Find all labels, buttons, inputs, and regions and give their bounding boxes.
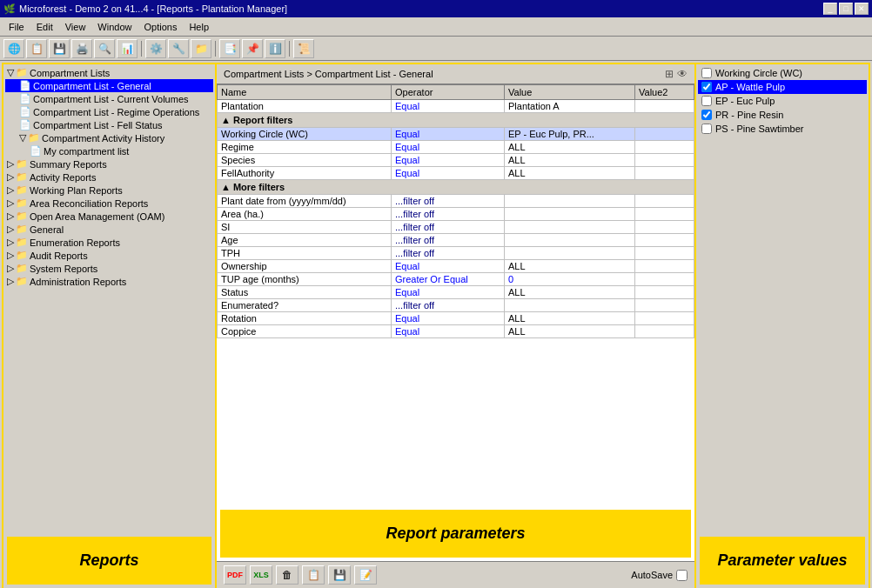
tree-label: Compartment List - Fell Status	[33, 120, 163, 130]
row-name: Area (ha.)	[218, 208, 392, 221]
wc-checkbox-ap[interactable]	[701, 82, 712, 92]
title-bar-controls[interactable]: _ □ ✕	[823, 3, 869, 15]
edit-button[interactable]: 📝	[354, 565, 377, 585]
minimize-button[interactable]: _	[823, 3, 837, 15]
table-row-plant-date[interactable]: Plant date from (yyyy/mm/dd) ...filter o…	[218, 195, 694, 208]
autosave-checkbox[interactable]	[676, 570, 688, 581]
toolbar-btn-5[interactable]: 🔍	[94, 39, 115, 58]
wc-item-ep[interactable]: EP - Euc Pulp	[698, 94, 867, 108]
menu-help[interactable]: Help	[184, 20, 214, 34]
section-report-filters[interactable]: ▲ Report filters	[218, 113, 694, 128]
section-more-filters[interactable]: ▲ More filters	[218, 180, 694, 195]
item-icon: 📄	[19, 80, 31, 91]
menu-file[interactable]: File	[3, 20, 30, 34]
row-value	[505, 195, 635, 208]
toolbar-btn-10[interactable]: 📑	[219, 39, 240, 58]
wc-item-ps[interactable]: PS - Pine Sawtimber	[698, 122, 867, 136]
table-row-si[interactable]: SI ...filter off	[218, 221, 694, 234]
menu-view[interactable]: View	[60, 20, 91, 34]
tree-item-enumeration-reports[interactable]: ▷ 📁 Enumeration Reports	[5, 236, 213, 249]
table-row-status[interactable]: Status Equal ALL	[218, 286, 694, 299]
toolbar-btn-13[interactable]: 📜	[293, 39, 314, 58]
filter-link[interactable]: ...filter off	[395, 196, 434, 206]
wc-item-header[interactable]: Working Circle (WC)	[698, 66, 867, 80]
tree-item-my-compartment[interactable]: 📄 My compartment list	[5, 144, 213, 157]
toolbar-btn-1[interactable]: 🌐	[3, 39, 24, 58]
toolbar-btn-7[interactable]: ⚙️	[145, 39, 166, 58]
table-row-tup-age[interactable]: TUP age (months) Greater Or Equal 0	[218, 273, 694, 286]
wc-checkbox-pr[interactable]	[701, 110, 712, 120]
copy-button[interactable]: 📋	[302, 565, 325, 585]
filter-link[interactable]: ...filter off	[395, 209, 434, 219]
tree-item-cl-fell-status[interactable]: 📄 Compartment List - Fell Status	[5, 118, 213, 131]
menu-bar: File Edit View Window Options Help	[0, 17, 872, 37]
table-row-tph[interactable]: TPH ...filter off	[218, 247, 694, 260]
tree-item-oam[interactable]: ▷ 📁 Open Area Management (OAM)	[5, 210, 213, 223]
wc-checkbox-header[interactable]	[701, 68, 712, 78]
table-row-enumerated[interactable]: Enumerated? ...filter off	[218, 299, 694, 312]
wc-label: PR - Pine Resin	[715, 110, 783, 120]
toolbar-btn-12[interactable]: ℹ️	[265, 39, 285, 58]
tree-label: Compartment List - General	[33, 81, 151, 91]
table-row-species[interactable]: Species Equal ALL	[218, 154, 694, 167]
tree-item-audit-reports[interactable]: ▷ 📁 Audit Reports	[5, 249, 213, 262]
filter-link[interactable]: ...filter off	[395, 235, 434, 245]
wc-item-ap[interactable]: AP - Wattle Pulp	[698, 80, 867, 94]
table-row-age[interactable]: Age ...filter off	[218, 234, 694, 247]
table-row-wc[interactable]: Working Circle (WC) Equal EP - Euc Pulp,…	[218, 128, 694, 141]
tree-item-working-plan-reports[interactable]: ▷ 📁 Working Plan Reports	[5, 184, 213, 197]
toolbar-btn-2[interactable]: 📋	[26, 39, 47, 58]
filter-link[interactable]: ...filter off	[395, 222, 434, 232]
close-button[interactable]: ✕	[855, 3, 869, 15]
row-operator: Equal	[392, 286, 505, 299]
tree-item-general[interactable]: ▷ 📁 General	[5, 223, 213, 236]
tree-item-system-reports[interactable]: ▷ 📁 System Reports	[5, 262, 213, 275]
tree-item-cl-general[interactable]: 📄 Compartment List - General	[5, 79, 213, 92]
table-row-fellauthority[interactable]: FellAuthority Equal ALL	[218, 167, 694, 180]
view-icon[interactable]: ⊞	[665, 68, 674, 80]
tree-item-cl-regime-operations[interactable]: 📄 Compartment List - Regime Operations	[5, 105, 213, 118]
row-value2	[635, 260, 694, 273]
wc-item-pr[interactable]: PR - Pine Resin	[698, 108, 867, 122]
toolbar-btn-6[interactable]: 📊	[117, 39, 138, 58]
menu-options[interactable]: Options	[138, 20, 182, 34]
info-icon[interactable]: 👁	[677, 68, 688, 80]
wc-checkbox-ep[interactable]	[701, 96, 712, 106]
toolbar-btn-4[interactable]: 🖨️	[71, 39, 92, 58]
tree-label: System Reports	[30, 264, 97, 274]
row-value2	[635, 312, 694, 325]
center-toolbar-icons: PDF XLS 🗑 📋 💾 📝	[224, 565, 377, 585]
tree-item-activity-reports[interactable]: ▷ 📁 Activity Reports	[5, 170, 213, 184]
table-row-area[interactable]: Area (ha.) ...filter off	[218, 208, 694, 221]
row-value	[505, 247, 635, 260]
row-value2	[635, 208, 694, 221]
table-row-coppice[interactable]: Coppice Equal ALL	[218, 325, 694, 338]
table-row-ownership[interactable]: Ownership Equal ALL	[218, 260, 694, 273]
tree-item-admin-reports[interactable]: ▷ 📁 Administration Reports	[5, 275, 213, 288]
menu-window[interactable]: Window	[92, 20, 137, 34]
tree-item-summary-reports[interactable]: ▷ 📁 Summary Reports	[5, 157, 213, 170]
tree-item-compartment-lists[interactable]: ▽ 📁 Compartment Lists	[5, 66, 213, 79]
table-row-rotation[interactable]: Rotation Equal ALL	[218, 312, 694, 325]
tree-item-area-reconciliation[interactable]: ▷ 📁 Area Reconciliation Reports	[5, 197, 213, 210]
maximize-button[interactable]: □	[839, 3, 853, 15]
toolbar-btn-3[interactable]: 💾	[49, 39, 70, 58]
toolbar-btn-9[interactable]: 📁	[191, 39, 211, 58]
excel-button[interactable]: XLS	[250, 565, 272, 585]
toolbar-btn-8[interactable]: 🔧	[168, 39, 189, 58]
left-panel-label: Reports	[79, 551, 138, 570]
toolbar-btn-11[interactable]: 📌	[242, 39, 263, 58]
tree-item-ca-history[interactable]: ▽ 📁 Compartment Activity History	[5, 131, 213, 144]
save-button[interactable]: 💾	[328, 565, 351, 585]
wc-checkbox-ps[interactable]	[701, 124, 712, 134]
pdf-button[interactable]: PDF	[224, 565, 246, 585]
menu-edit[interactable]: Edit	[31, 20, 58, 34]
folder-icon: 📁	[16, 67, 28, 78]
delete-button[interactable]: 🗑	[276, 565, 298, 585]
table-row-plantation[interactable]: Plantation Equal Plantation A	[218, 100, 694, 113]
expand-icon: ▷	[7, 197, 14, 209]
filter-link[interactable]: ...filter off	[395, 300, 434, 311]
tree-item-cl-current-volumes[interactable]: 📄 Compartment List - Current Volumes	[5, 92, 213, 105]
table-row-regime[interactable]: Regime Equal ALL	[218, 141, 694, 154]
filter-link[interactable]: ...filter off	[395, 248, 434, 258]
